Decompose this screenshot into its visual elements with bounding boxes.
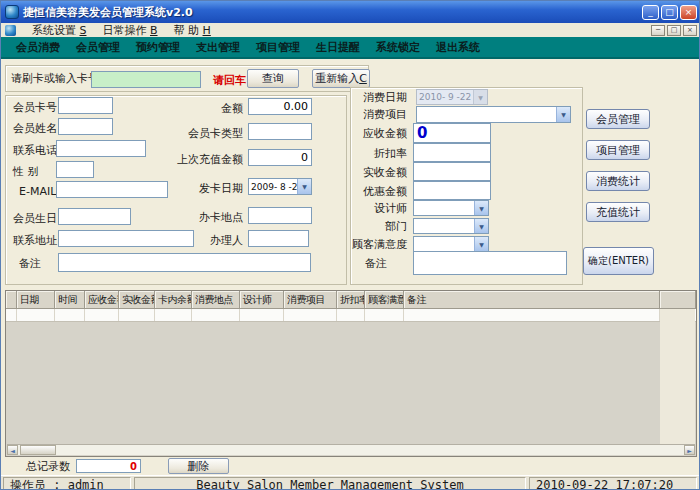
chevron-down-icon: ▼ [473,90,487,104]
amount-input[interactable] [248,98,312,115]
satisfaction-combo[interactable]: ▼ [413,236,489,252]
consume-project-combo[interactable]: ▼ [416,106,571,123]
table-header-consume-place[interactable]: 消费地点 [192,291,240,309]
card-type-input[interactable] [248,123,312,140]
card-search-label: 请刷卡或输入卡号 [11,70,99,87]
consume-remark-input[interactable] [413,251,567,275]
member-email-input[interactable] [56,181,168,198]
total-records-input [76,459,141,473]
table-header-discount-rate[interactable]: 折扣率 [337,291,365,309]
mdi-minimize-icon[interactable]: ─ [651,25,665,36]
department-label: 部门 [351,218,407,235]
consume-remark-label: 备注 [365,255,387,272]
maximize-icon[interactable]: □ [661,5,678,20]
issue-date-label: 发卡日期 [181,180,243,197]
scrollbar-thumb[interactable] [20,445,56,455]
card-number-input[interactable] [91,71,201,88]
close-icon[interactable]: × [680,5,697,20]
menu-system-settings[interactable]: 系统设置 S [24,23,94,38]
table-header-filler [660,291,696,309]
status-bar: 操作员 : admin Beauty Salon Member Manageme… [1,475,700,490]
window-title: 捷恒信美容美发会员管理系统v2.0 [23,5,193,20]
toolbar-appointment-manage[interactable]: 预约管理 [135,38,181,57]
main-toolbar: 会员消费 会员管理 预约管理 支出管理 项目管理 生日提醒 系统锁定 退出系统 [1,37,700,59]
issue-place-input[interactable] [248,207,312,224]
toolbar-exit-system[interactable]: 退出系统 [435,38,481,57]
member-remark-input[interactable] [58,253,311,272]
app-window: 捷恒信美容美发会员管理系统v2.0 _ □ × 系统设置 S 日常操作 B 帮 … [0,0,700,490]
mdi-restore-icon[interactable]: □ [667,25,681,36]
received-label: 实收金额 [351,164,407,181]
receivable-input[interactable] [413,123,491,143]
confirm-enter-button[interactable]: 确定(ENTER) [583,247,654,275]
table-row[interactable] [6,309,696,322]
toolbar-system-lock[interactable]: 系统锁定 [375,38,421,57]
table-header-remark[interactable]: 备注 [404,291,660,309]
chevron-down-icon[interactable]: ▼ [474,219,488,233]
minimize-icon[interactable]: _ [642,5,659,20]
member-gender-input[interactable] [56,161,94,178]
member-phone-label: 联系电话 [13,142,57,159]
member-phone-input[interactable] [56,140,146,157]
chevron-down-icon[interactable]: ▼ [556,107,570,122]
member-card-no-input[interactable] [58,97,113,114]
table-header-designer[interactable]: 设计师 [240,291,284,309]
member-birthday-input[interactable] [58,208,131,225]
mdi-close-icon[interactable]: × [683,25,697,36]
app-name-status: Beauty Salon Member Management System [134,477,526,490]
toolbar-member-manage[interactable]: 会员管理 [75,38,121,57]
preferential-input[interactable] [413,181,491,200]
table-header-card-balance[interactable]: 卡内余额 [155,291,192,309]
member-birthday-label: 会员生日 [13,210,57,227]
chevron-down-icon[interactable]: ▼ [474,201,488,215]
designer-label: 设计师 [351,200,407,217]
table-header-received[interactable]: 实收金额 [119,291,155,309]
toolbar-project-manage[interactable]: 项目管理 [255,38,301,57]
member-address-label: 联系地址 [13,232,57,249]
member-name-input[interactable] [58,118,113,135]
chevron-down-icon[interactable]: ▼ [297,179,311,194]
table-header-satisfaction[interactable]: 顾客满意度 [365,291,404,309]
handler-input[interactable] [248,230,309,247]
menu-daily-operation[interactable]: 日常操作 B [94,23,165,38]
table-empty-area [660,309,695,444]
toolbar-member-consume[interactable]: 会员消费 [15,38,61,57]
designer-combo[interactable]: ▼ [413,200,489,216]
table-horizontal-scrollbar[interactable]: ◄ ► [7,444,695,455]
delete-button[interactable]: 删除 [168,458,229,474]
scroll-right-icon[interactable]: ► [684,445,695,455]
recharge-stats-button[interactable]: 充值统计 [586,202,650,222]
table-header-indicator [6,291,17,309]
mdi-window-controls: ─ □ × [651,25,697,36]
press-enter-hint: 请回车 [213,73,246,88]
table-header-date[interactable]: 日期 [17,291,55,309]
member-email-label: E-MAIL [19,183,56,200]
table-header-consume-project[interactable]: 消费项目 [284,291,337,309]
consume-date-combo: 2010- 9 -22 ▼ [416,89,488,105]
table-header-receivable[interactable]: 应收金额 [85,291,119,309]
amount-label: 金额 [181,100,243,117]
received-input[interactable] [413,162,491,181]
chevron-down-icon[interactable]: ▼ [474,237,488,251]
member-manage-button[interactable]: 会员管理 [586,109,650,129]
total-records-label: 总记录数 [26,458,70,475]
department-combo[interactable]: ▼ [413,218,489,234]
reset-input-button[interactable]: 重新输入C [312,69,370,88]
project-manage-button[interactable]: 项目管理 [586,140,650,160]
issue-date-combo[interactable]: 2009- 8 -27 ▼ [248,178,312,195]
child-window-icon[interactable] [5,25,16,36]
menu-help[interactable]: 帮 助 H [166,23,219,38]
table-header-time[interactable]: 时间 [55,291,85,309]
window-controls: _ □ × [642,5,697,20]
consumption-records-table: 日期 时间 应收金额 实收金额 卡内余额 消费地点 设计师 消费项目 折扣率 顾… [5,290,697,457]
scroll-left-icon[interactable]: ◄ [7,445,18,455]
last-recharge-input[interactable] [248,149,312,166]
toolbar-expense-manage[interactable]: 支出管理 [195,38,241,57]
consume-date-label: 消费日期 [351,89,407,106]
member-address-input[interactable] [58,230,194,247]
app-icon [5,5,19,19]
toolbar-birthday-reminder[interactable]: 生日提醒 [315,38,361,57]
discount-rate-input[interactable] [413,143,491,162]
consume-stats-button[interactable]: 消费统计 [586,171,650,191]
query-button[interactable]: 查询 [247,69,299,88]
